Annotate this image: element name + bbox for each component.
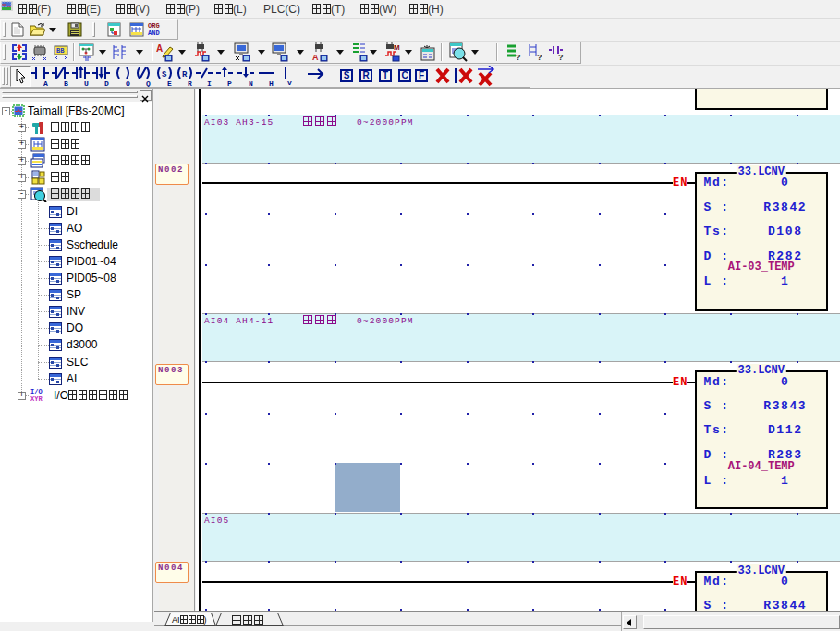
svg-text:N: N [249,79,253,87]
svg-text:P: P [227,79,232,87]
svg-text:Q: Q [146,79,151,87]
svg-text:I: I [207,79,212,87]
svg-text:H: H [269,79,274,87]
svg-text:v: v [287,79,292,87]
svg-text:O: O [126,79,130,87]
svg-text:E: E [167,79,172,87]
svg-text:BB: BB [56,47,65,55]
svg-text:D: D [104,79,109,87]
svg-text:S: S [162,70,167,79]
svg-text:R: R [182,70,188,79]
svg-text:R: R [188,79,192,87]
svg-text:A: A [43,79,48,87]
svg-text:?: ? [516,53,521,62]
svg-text:U: U [84,79,89,87]
svg-text:B: B [64,79,68,87]
svg-text:A: A [156,43,163,54]
svg-text:A: A [312,53,319,62]
svg-text:?: ? [558,53,564,62]
svg-text:M: M [394,43,400,52]
svg-text:?: ? [537,53,542,62]
